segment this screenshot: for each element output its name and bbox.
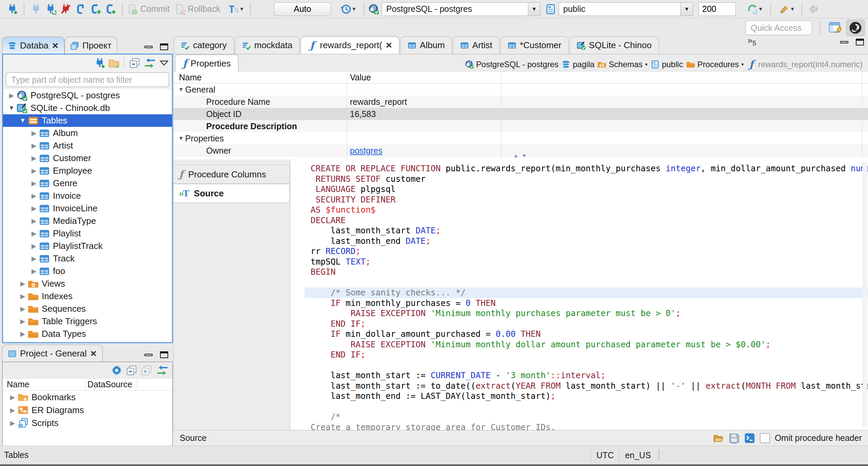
status-timezone[interactable]: UTC (591, 450, 619, 460)
sql-editor-button[interactable] (73, 2, 88, 17)
connect-button[interactable] (28, 2, 43, 17)
project-tree[interactable]: ▶Bookmarks▶ER Diagrams▶Scripts (3, 391, 172, 429)
editor-tab-customer[interactable]: *Customer (500, 36, 569, 54)
expander-icon[interactable]: ▶ (7, 393, 18, 401)
scrollbar[interactable] (863, 162, 867, 427)
breadcrumb-item-postgresql-postgres[interactable]: PostgreSQL - postgres (465, 60, 558, 69)
tree-item-sequences[interactable]: ▶Sequences (3, 303, 172, 315)
editor-tab-album[interactable]: Album (400, 36, 452, 54)
tree-item-playlisttrack[interactable]: ▶PlaylistTrack (3, 240, 172, 252)
expander-icon[interactable]: ▶ (29, 154, 39, 162)
expander-icon[interactable]: ▶ (18, 305, 28, 313)
source-editor[interactable]: CREATE OR REPLACE FUNCTION public.reward… (290, 159, 868, 430)
status-locale[interactable]: en_US (619, 450, 656, 460)
expander-icon[interactable]: ▶ (29, 217, 39, 225)
tree-item-views[interactable]: ▶Views (3, 277, 172, 290)
column-divider[interactable] (137, 379, 137, 390)
view-menu-icon[interactable] (160, 59, 169, 67)
property-row-general[interactable]: ▼General (174, 83, 868, 96)
collapse-all-icon[interactable] (126, 365, 137, 376)
sash-toggle-icon[interactable]: ▲▼ (513, 153, 530, 158)
expander-icon[interactable]: ▶ (29, 205, 39, 212)
commit-mode-button[interactable]: Auto (274, 2, 331, 16)
editor-tab-category[interactable]: category (174, 36, 234, 54)
expander-icon[interactable]: ▶ (18, 317, 28, 325)
editor-tab-artist[interactable]: Artist (453, 36, 499, 54)
tree-item-foo[interactable]: ▶foo (3, 265, 172, 277)
connection-selector[interactable]: PostgreSQL - postgres ▼ (382, 2, 540, 16)
dropdown-caret-icon[interactable]: ▾ (741, 61, 744, 67)
expander-icon[interactable]: ▶ (29, 242, 39, 250)
expander-icon[interactable]: ▶ (18, 330, 28, 338)
breadcrumb-item-public[interactable]: public (651, 60, 683, 69)
open-file-icon[interactable] (713, 433, 724, 444)
expander-icon[interactable]: ▶ (29, 230, 39, 237)
tree-item-customer[interactable]: ▶Customer (3, 152, 172, 164)
subtab-source[interactable]: ‹›T Source (174, 184, 290, 203)
minimize-icon[interactable] (144, 354, 153, 356)
expander-icon[interactable]: ▶ (29, 192, 39, 200)
expander-icon[interactable]: ▼ (18, 117, 28, 124)
editor-tab-mockdata[interactable]: mockdata (235, 36, 300, 54)
column-header-datasource[interactable]: DataSource (85, 380, 132, 389)
group-expander-icon[interactable]: ▼ (178, 86, 185, 93)
property-row-procedure-name[interactable]: Procedure Namerewards_report (174, 96, 868, 108)
breadcrumb-item-procedures[interactable]: Procedures▾ (686, 60, 744, 69)
column-header-name[interactable]: Name (3, 380, 85, 389)
tree-item-track[interactable]: ▶Track (3, 252, 172, 265)
expander-icon[interactable]: ▶ (29, 142, 39, 150)
new-connection-icon[interactable] (94, 58, 105, 69)
reconnect-button[interactable] (43, 2, 58, 17)
tree-item-sqlite-chinook-db[interactable]: ▼SQLite - Chinook.db (3, 102, 172, 114)
property-row-procedure-description[interactable]: Procedure Description (174, 120, 868, 132)
commit-button[interactable]: Commit (127, 4, 170, 15)
collapse-all-icon[interactable] (129, 58, 140, 69)
column-divider[interactable] (347, 72, 347, 159)
tree-item-table-triggers[interactable]: ▶Table Triggers (3, 315, 172, 328)
column-divider[interactable] (501, 72, 501, 159)
drag-grip-icon[interactable] (658, 450, 659, 460)
project-item-bookmarks[interactable]: ▶Bookmarks (3, 391, 172, 404)
fetch-size-input[interactable] (698, 2, 736, 16)
link-editor-icon[interactable] (143, 58, 156, 69)
expander-icon[interactable]: ▶ (29, 267, 39, 275)
tree-item-employee[interactable]: ▶Employee (3, 164, 172, 177)
tree-item-invoice[interactable]: ▶Invoice (3, 190, 172, 202)
group-expander-icon[interactable]: ▼ (178, 135, 185, 141)
maximize-icon[interactable] (160, 351, 168, 358)
pen-button[interactable]: ▾ (775, 2, 797, 17)
column-header-name[interactable]: Name (174, 72, 347, 83)
project-item-er-diagrams[interactable]: ▶ER Diagrams (3, 404, 172, 416)
expander-icon[interactable]: ▶ (29, 129, 39, 137)
expander-icon[interactable]: ▶ (18, 280, 28, 288)
omit-header-checkbox[interactable] (760, 433, 770, 443)
tab-projects[interactable]: Проект (64, 37, 117, 54)
tree-item-album[interactable]: ▶Album (3, 127, 172, 139)
expander-icon[interactable]: ▶ (29, 179, 39, 187)
breadcrumb-item-pagila[interactable]: pagila (561, 60, 594, 69)
expander-icon[interactable]: ▼ (6, 104, 17, 112)
property-row-object-id[interactable]: Object ID16,583 (174, 108, 868, 120)
perspective-icon[interactable] (828, 20, 843, 35)
expander-icon[interactable]: ▶ (7, 419, 18, 427)
save-icon[interactable] (729, 433, 739, 444)
tab-project-general[interactable]: Project - General ✕ (2, 345, 103, 362)
tab-database-navigator[interactable]: Databa ✕ (2, 37, 64, 54)
minimize-icon[interactable] (144, 46, 153, 48)
gear-icon[interactable] (111, 365, 122, 376)
navigator-filter-input[interactable] (6, 72, 169, 87)
expander-icon[interactable]: ▶ (29, 167, 39, 175)
property-row-properties[interactable]: ▼Properties (174, 132, 868, 144)
tree-item-postgresql-postgres[interactable]: ▶PostgreSQL - postgres (3, 89, 172, 102)
property-value-link[interactable]: postgres (350, 146, 382, 156)
dropdown-caret-icon[interactable]: ▾ (645, 61, 648, 67)
tree-item-mediatype[interactable]: ▶MediaType (3, 215, 172, 227)
panel-divider[interactable] (173, 54, 174, 430)
new-connection-button[interactable] (5, 2, 20, 17)
new-sql-editor-button[interactable] (88, 2, 103, 17)
maximize-icon[interactable] (160, 43, 168, 50)
tree-item-playlist[interactable]: ▶Playlist (3, 227, 172, 240)
rollback-button[interactable]: Rollback (174, 4, 220, 15)
expander-icon[interactable]: ▶ (7, 406, 18, 414)
column-header-value[interactable]: Value (347, 72, 371, 83)
